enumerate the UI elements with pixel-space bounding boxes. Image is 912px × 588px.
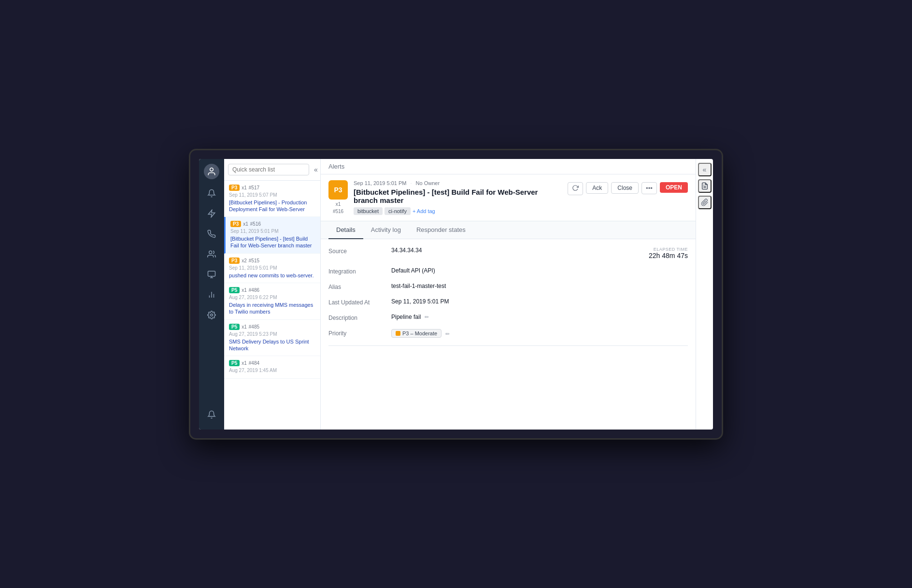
detail-priority-badge: P3 — [328, 180, 348, 200]
description-row: Description Pipeline fail ✏ — [328, 314, 688, 321]
detail-title: [Bitbucket Pipelines] - [test] Build Fai… — [354, 188, 562, 204]
alerts-label: Alerts — [328, 163, 344, 170]
alert-count: x1 — [242, 324, 247, 330]
alert-header-info: Sep 11, 2019 5:01 PM · No Owner [Bitbuck… — [354, 180, 562, 215]
alias-row: Alias test-fail-1-master-test — [328, 283, 688, 290]
list-item[interactable]: P3 x1 #516 Sep 11, 2019 5:01 PM [Bitbuck… — [224, 217, 320, 254]
alert-count: x2 — [242, 258, 247, 263]
team-icon[interactable] — [203, 245, 220, 263]
alert-count: x1 — [242, 360, 247, 366]
more-button[interactable]: ••• — [641, 182, 657, 194]
monitor-icon[interactable] — [203, 266, 220, 283]
svg-marker-1 — [208, 210, 215, 217]
alert-list: P3 x1 #517 Sep 11, 2019 5:07 PM [Bitbuck… — [224, 181, 320, 430]
add-tag-link[interactable]: + Add tag — [413, 208, 435, 214]
source-row: Source 34.34.34.34 ELAPSED TIME 22h 48m … — [328, 247, 688, 259]
priority-value: P3 – Moderate ✏ — [391, 329, 688, 338]
tab-details[interactable]: Details — [328, 221, 363, 239]
alias-label: Alias — [328, 283, 391, 290]
detail-timestamp: Sep 11, 2019 5:01 PM — [354, 180, 406, 186]
list-item[interactable]: P3 x1 #517 Sep 11, 2019 5:07 PM [Bitbuck… — [224, 181, 320, 217]
description-label: Description — [328, 314, 391, 321]
divider — [328, 345, 688, 346]
priority-badge: P3 — [229, 185, 240, 191]
avatar[interactable] — [204, 164, 219, 179]
list-item[interactable]: P5 x1 #485 Aug 27, 2019 5:23 PM SMS Deli… — [224, 320, 320, 357]
description-edit-icon[interactable]: ✏ — [425, 314, 429, 320]
alert-detail-header: P3 x1 #516 Sep 11, 2019 5:01 PM · No Own… — [321, 174, 696, 221]
alert-id: #484 — [249, 360, 259, 366]
right-collapse-button[interactable]: « — [698, 163, 712, 176]
list-item[interactable]: P5 x1 #486 Aug 27, 2019 6:22 PM Delays i… — [224, 283, 320, 320]
integration-row: Integration Default API (API) — [328, 267, 688, 275]
open-badge: OPEN — [660, 182, 688, 193]
list-item[interactable]: P5 x1 #484 Aug 27, 2019 1:45 AM — [224, 356, 320, 379]
tab-activity-log[interactable]: Activity log — [363, 221, 409, 239]
alert-list-panel: « P3 x1 #517 Sep 11, 2019 5:07 PM [Bitbu… — [224, 159, 321, 430]
alert-title: pushed new commits to web-server. — [229, 272, 315, 279]
source-label: Source — [328, 247, 391, 255]
ack-button[interactable]: Ack — [586, 182, 608, 194]
alerts-breadcrumb: Alerts — [321, 159, 696, 174]
priority-badge: P5 — [229, 360, 240, 366]
collapse-list-button[interactable]: « — [312, 165, 320, 174]
settings-icon[interactable] — [203, 306, 220, 324]
alert-title: SMS Delivery Delays to US Sprint Network — [229, 338, 315, 352]
bell-icon[interactable] — [203, 185, 220, 202]
source-value: 34.34.34.34 — [391, 247, 649, 254]
header-actions: Ack Close ••• OPEN — [568, 180, 688, 195]
alert-count: x1 — [242, 287, 247, 293]
priority-badge: P5 — [229, 287, 240, 293]
search-input[interactable] — [228, 164, 309, 175]
priority-badge: P5 — [229, 324, 240, 330]
svg-rect-3 — [208, 271, 215, 276]
svg-point-0 — [210, 168, 214, 171]
alert-id: #486 — [249, 287, 259, 293]
priority-edit-icon[interactable]: ✏ — [445, 331, 450, 337]
main-content: Alerts P3 x1 #516 Sep 11, 2019 5:01 PM ·… — [321, 159, 696, 430]
right-sidebar: « — [696, 159, 713, 430]
alert-id: #516 — [250, 221, 261, 227]
close-button[interactable]: Close — [611, 182, 639, 194]
last-updated-value: Sep 11, 2019 5:01 PM — [391, 298, 688, 305]
alert-time: Aug 27, 2019 5:23 PM — [229, 331, 315, 337]
detail-id: #516 — [333, 209, 343, 214]
tab-responder-states[interactable]: Responder states — [409, 221, 473, 239]
svg-point-9 — [211, 314, 213, 316]
alert-count: x1 — [243, 221, 248, 227]
integration-label: Integration — [328, 267, 391, 275]
priority-row: Priority P3 – Moderate ✏ — [328, 329, 688, 338]
alert-count: x1 — [242, 185, 247, 190]
priority-tag: P3 – Moderate — [391, 329, 442, 338]
alert-time: Sep 11, 2019 5:01 PM — [229, 265, 315, 271]
alert-title: [Bitbucket Pipelines] - [test] Build Fai… — [230, 235, 315, 249]
alias-value: test-fail-1-master-test — [391, 283, 688, 289]
sidebar — [199, 159, 224, 430]
priority-badge: P3 — [230, 221, 241, 227]
alert-id: #485 — [249, 324, 259, 330]
attachment-button[interactable] — [698, 196, 712, 209]
screen: « P3 x1 #517 Sep 11, 2019 5:07 PM [Bitbu… — [199, 159, 713, 430]
svg-point-2 — [209, 251, 212, 254]
alert-title: [Bitbucket Pipelines] - Production Deplo… — [229, 199, 315, 213]
monitor: « P3 x1 #517 Sep 11, 2019 5:07 PM [Bitbu… — [190, 150, 722, 438]
alert-title: Delays in receiving MMS messages to Twil… — [229, 301, 315, 316]
alert-id: #515 — [249, 258, 259, 263]
lightning-icon[interactable] — [203, 205, 220, 222]
elapsed-time: ELAPSED TIME 22h 48m 47s — [649, 247, 688, 259]
detail-tabs: Details Activity log Responder states — [321, 221, 696, 239]
list-item[interactable]: P3 x2 #515 Sep 11, 2019 5:01 PM pushed n… — [224, 254, 320, 283]
bottom-notification-icon[interactable] — [203, 406, 220, 423]
refresh-button[interactable] — [568, 182, 583, 195]
integration-value: Default API (API) — [391, 267, 688, 274]
description-value: Pipeline fail ✏ — [391, 314, 688, 320]
chart-icon[interactable] — [203, 286, 220, 303]
alert-id: #517 — [249, 185, 259, 190]
priority-label: Priority — [328, 329, 391, 337]
alert-time: Aug 27, 2019 1:45 AM — [229, 368, 315, 373]
notes-button[interactable] — [698, 179, 712, 193]
last-updated-row: Last Updated At Sep 11, 2019 5:01 PM — [328, 298, 688, 306]
detail-body: Source 34.34.34.34 ELAPSED TIME 22h 48m … — [321, 239, 696, 430]
phone-icon[interactable] — [203, 225, 220, 243]
alert-time: Aug 27, 2019 6:22 PM — [229, 295, 315, 300]
